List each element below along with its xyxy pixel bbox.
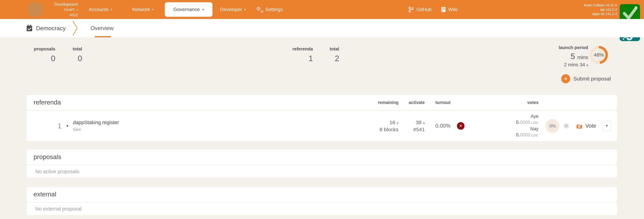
wiki-label: Wiki	[448, 7, 458, 12]
stat-label: referenda	[284, 46, 313, 52]
nav-settings-label: Settings	[266, 7, 283, 12]
nav-settings[interactable]: ⚙ ⚙ Settings	[256, 0, 283, 19]
vote-percent: 0%	[549, 123, 556, 129]
plus-icon: +	[561, 74, 570, 83]
nav-developer[interactable]: Developer ▾	[220, 0, 246, 19]
network-name: Development	[43, 2, 78, 7]
stat-label: total	[318, 46, 339, 52]
stat-referenda: referenda 1	[284, 46, 313, 63]
network-info[interactable]: Development local/1▾ #522	[43, 2, 78, 18]
proposal-method[interactable]: dappStaking.register	[73, 120, 119, 125]
referenda-header: referenda remaining activate turnout vot…	[26, 95, 617, 110]
remaining-cell: 16 s 8 blocks	[380, 119, 398, 133]
gears-icon: ⚙ ⚙	[256, 6, 263, 13]
ballot-box-icon	[576, 123, 583, 129]
network-logo[interactable]	[27, 2, 42, 17]
activate-cell: 38 s #541	[413, 119, 425, 133]
block-number: #522	[43, 12, 78, 18]
github-label: GitHub	[416, 7, 432, 12]
app: Development local/1▾ #522 Accounts ▾ Net…	[0, 0, 644, 219]
failing-status-icon: ✕	[457, 122, 464, 130]
proposals-title: proposals	[34, 153, 61, 161]
caret-down-icon: ▾	[111, 8, 112, 11]
external-header: external	[26, 187, 617, 202]
referendum-row: 1 ▾ dappStaking.register See 16 s 8 bloc…	[26, 111, 617, 141]
launch-period-value: 5 mins	[559, 52, 588, 61]
col-activate: activate	[409, 100, 425, 105]
vote-dropdown-button[interactable]: ▼	[602, 121, 611, 131]
col-turnout: turnout	[436, 100, 450, 105]
aye-label: Aye	[516, 113, 538, 119]
node-version: Astar Collator v5.41.0	[584, 3, 617, 7]
nav-accounts-label: Accounts	[89, 7, 108, 12]
stat-referenda-total: total 2	[318, 46, 339, 63]
col-votes: votes	[527, 100, 538, 105]
stat-value: 0	[26, 54, 55, 63]
stat-proposals-total: total 0	[60, 46, 82, 63]
x-icon: ✕	[459, 124, 462, 128]
nav-developer-label: Developer	[220, 7, 242, 12]
stat-value: 0	[60, 54, 82, 63]
git-branch-icon	[408, 6, 414, 12]
caret-down-icon: ▾	[152, 8, 154, 11]
stat-label: total	[60, 46, 82, 52]
col-remaining: remaining	[378, 100, 398, 105]
tab-overview[interactable]: Overview	[87, 19, 117, 37]
stat-launch-period: launch period 5 mins 2 mins 34 s	[559, 45, 588, 67]
breadcrumb: Democracy	[26, 19, 66, 37]
dropdown-caret-icon: ▼	[606, 124, 608, 128]
expand-caret-icon[interactable]: ▾	[66, 124, 68, 128]
active-tab-underline	[95, 36, 111, 37]
stat-proposals: proposals 0	[26, 46, 55, 63]
proposal-see-link[interactable]: See	[73, 127, 119, 132]
referenda-title: referenda	[34, 99, 61, 106]
breadcrumb-divider	[72, 21, 78, 36]
api-version: api v12.0.2	[584, 7, 617, 12]
top-nav-bar: Development local/1▾ #522 Accounts ▾ Net…	[0, 0, 644, 19]
asterisk-icon: ✱	[563, 122, 569, 130]
nav-governance-active[interactable]: Governance ▾	[165, 2, 212, 17]
nav-network[interactable]: Network ▾	[132, 0, 154, 19]
breadcrumb-section-label: Democracy	[36, 25, 66, 32]
nav-governance-label: Governance	[173, 7, 200, 12]
caret-down-icon: ▾	[244, 8, 246, 11]
link-wiki[interactable]: Wiki	[441, 0, 458, 19]
stat-label: proposals	[26, 46, 55, 52]
apps-version: apps v0.141.2-2	[584, 12, 617, 16]
tab-overview-label: Overview	[90, 25, 114, 31]
external-empty-text: No external proposal	[35, 206, 82, 212]
launch-period-percent: 48%	[592, 48, 606, 61]
nay-amount: 0.0000LOC	[516, 132, 538, 139]
caret-down-icon: ▾	[202, 8, 204, 11]
vote-button[interactable]: Vote	[576, 123, 596, 129]
nav-network-label: Network	[132, 7, 150, 12]
external-title: external	[34, 191, 56, 198]
proposals-header: proposals	[26, 149, 617, 165]
submit-proposal-label: Submit proposal	[573, 76, 611, 82]
votes-cell: Aye 0.0000LOC Nay 0.0000LOC	[516, 113, 538, 139]
referendum-id: 1	[47, 122, 62, 130]
calendar-check-icon	[26, 25, 32, 32]
link-github[interactable]: GitHub	[408, 0, 432, 19]
version-info: Astar Collator v5.41.0 api v12.0.2 apps …	[584, 3, 617, 16]
book-icon	[441, 6, 446, 12]
proposals-empty-text: No active proposals	[35, 169, 79, 175]
nav-accounts[interactable]: Accounts ▾	[89, 0, 112, 19]
proposals-empty-row: No active proposals	[26, 165, 617, 178]
referendum-proposal: dappStaking.register See	[73, 120, 119, 132]
stat-value: 2	[318, 54, 339, 63]
submit-proposal-button[interactable]: + Submit proposal	[561, 74, 611, 83]
vote-button-label: Vote	[586, 123, 596, 129]
launch-period-progress-ring: 48%	[590, 46, 608, 64]
endpoint-label: local/1	[64, 7, 75, 11]
aye-amount: 0.0000LOC	[516, 119, 538, 126]
launch-period-remaining: 2 mins 34 s	[559, 62, 588, 67]
launch-period-label: launch period	[559, 45, 588, 50]
stat-value: 1	[284, 54, 313, 63]
network-endpoint[interactable]: local/1▾	[43, 7, 78, 12]
gear-icon: ⚙	[256, 6, 261, 12]
external-empty-row: No external proposal	[26, 203, 617, 215]
caret-down-icon: ▾	[76, 8, 78, 11]
vote-percent-ring: 0%	[546, 119, 560, 133]
close-icon[interactable]: ✕	[634, 5, 638, 10]
